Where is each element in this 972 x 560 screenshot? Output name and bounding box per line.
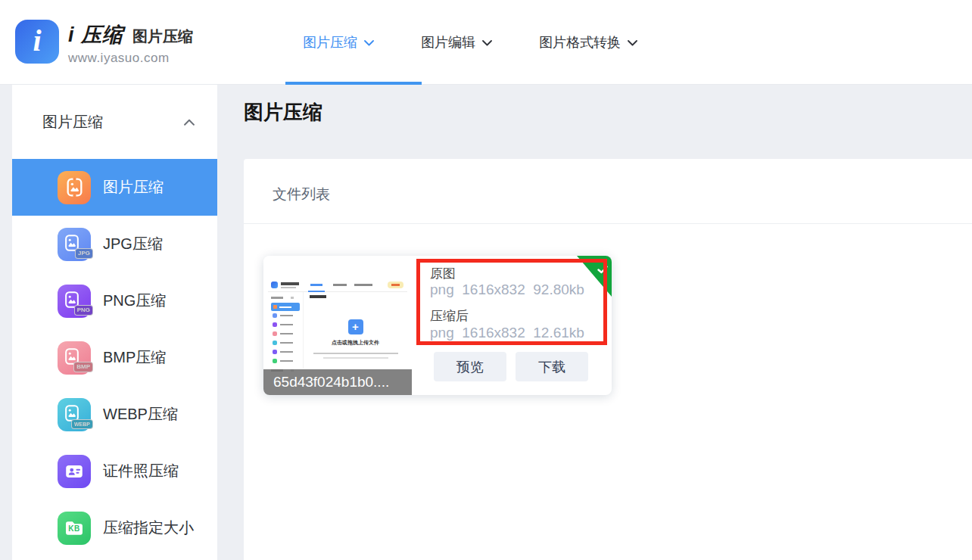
brand-text: i 压缩 图片压缩 www.iyasuo.com	[68, 20, 193, 66]
compressed-label: 压缩后	[430, 307, 469, 325]
file-thumbnail[interactable]: + 点击或拖拽上传文件 65d43f024b1b0....	[263, 256, 412, 395]
kb-folder-icon: KB	[58, 512, 91, 545]
compressed-info: png 1616x832 12.61kb	[430, 325, 584, 341]
kb-badge: KB	[58, 524, 91, 533]
chevron-down-icon	[364, 40, 374, 46]
file-card: + 点击或拖拽上传文件 65d43f024b1b0.... 原图 png 161…	[263, 256, 612, 395]
chevron-up-icon	[184, 119, 195, 126]
download-button[interactable]: 下载	[516, 352, 588, 381]
panel-title: 文件列表	[273, 185, 330, 204]
brand-name: i 压缩	[68, 21, 123, 48]
format-badge: PNG	[74, 305, 93, 316]
thumbnail-mini-screenshot: + 点击或拖拽上传文件	[268, 278, 407, 369]
photo-compress-icon	[58, 171, 91, 204]
thumbnail-mini-body: + 点击或拖拽上传文件	[268, 292, 407, 369]
thumbnail-mini-badge	[388, 282, 403, 288]
sidebar-item-label: PNG压缩	[103, 291, 166, 311]
sidebar-group-title: 图片压缩	[42, 112, 103, 132]
chevron-down-icon	[628, 40, 637, 46]
logo-letter: i	[33, 26, 41, 56]
thumbnail-mini-active-item	[271, 303, 300, 311]
sidebar-item-label: BMP压缩	[103, 347, 166, 368]
top-nav: 图片压缩 图片编辑 图片格式转换	[303, 0, 637, 85]
sidebar-item-label: 压缩指定大小	[103, 518, 194, 538]
bmp-compress-icon: BMP	[58, 341, 91, 375]
webp-compress-icon: WEBP	[58, 398, 91, 431]
sidebar-item-label: WEBP压缩	[103, 404, 178, 425]
png-compress-icon: PNG	[58, 285, 91, 318]
original-info: png 1616x832 92.80kb	[430, 282, 584, 298]
thumbnail-mini-header	[268, 278, 407, 292]
nav-item-image-edit[interactable]: 图片编辑	[421, 33, 492, 51]
preview-button[interactable]: 预览	[434, 352, 506, 381]
nav-item-label: 图片格式转换	[539, 33, 621, 51]
sidebar-item-label: JPG压缩	[103, 234, 163, 254]
check-icon	[597, 266, 608, 274]
sidebar-item-label: 图片压缩	[103, 177, 164, 198]
sidebar-item-png-compress[interactable]: PNG PNG压缩	[12, 272, 217, 329]
brand-product: 图片压缩	[132, 26, 193, 47]
nav-item-image-compress[interactable]: 图片压缩	[303, 33, 374, 51]
sidebar-group-header[interactable]: 图片压缩	[12, 85, 217, 159]
panel-divider	[244, 223, 972, 224]
format-badge: BMP	[73, 362, 93, 372]
jpg-compress-icon: JPG	[58, 228, 91, 261]
file-list-panel: 文件列表	[244, 159, 972, 560]
active-tab-underline	[285, 82, 422, 85]
original-label: 原图	[430, 265, 456, 282]
sidebar-item-image-compress[interactable]: 图片压缩	[12, 159, 217, 216]
sidebar-item-id-photo-compress[interactable]: 证件照压缩	[12, 443, 217, 499]
sidebar-item-label: 证件照压缩	[103, 461, 179, 481]
brand-logo[interactable]: i i 压缩 图片压缩 www.iyasuo.com	[15, 20, 193, 66]
nav-item-label: 图片压缩	[303, 33, 357, 51]
chevron-down-icon	[482, 40, 492, 46]
sidebar-item-jpg-compress[interactable]: JPG JPG压缩	[12, 216, 217, 272]
sidebar-item-bmp-compress[interactable]: BMP BMP压缩	[12, 329, 217, 386]
app-window: i i 压缩 图片压缩 www.iyasuo.com 图片压缩 图片编辑 图片格…	[0, 0, 972, 560]
format-badge: WEBP	[71, 419, 93, 429]
sidebar-item-webp-compress[interactable]: WEBP WEBP压缩	[12, 386, 217, 443]
logo-icon: i	[15, 20, 59, 64]
format-badge: JPG	[75, 248, 93, 259]
nav-item-format-convert[interactable]: 图片格式转换	[539, 33, 637, 51]
file-name: 65d43f024b1b0....	[263, 369, 412, 395]
page-title: 图片压缩	[244, 99, 322, 126]
thumbnail-mini-plus-icon: +	[348, 319, 363, 334]
header: i i 压缩 图片压缩 www.iyasuo.com 图片压缩 图片编辑 图片格…	[0, 0, 972, 85]
id-photo-icon	[58, 455, 91, 488]
brand-site-url: www.iyasuo.com	[68, 51, 193, 66]
thumbnail-upload-text: 点击或拖拽上传文件	[304, 339, 407, 347]
sidebar-items: 图片压缩 JPG JPG压缩	[12, 159, 217, 556]
nav-item-label: 图片编辑	[421, 33, 475, 51]
sidebar-item-compress-to-size[interactable]: KB 压缩指定大小	[12, 499, 217, 556]
sidebar: 图片压缩 图片压缩	[12, 85, 217, 560]
